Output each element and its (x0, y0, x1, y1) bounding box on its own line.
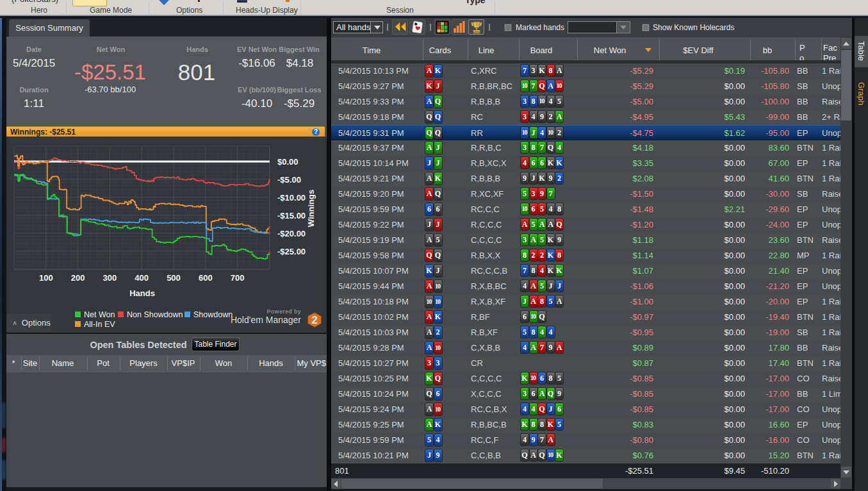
svg-text:2: 2 (311, 314, 317, 326)
svg-text:100: 100 (39, 273, 53, 283)
svg-text:-$25.00: -$25.00 (277, 247, 306, 256)
svg-text:500: 500 (167, 273, 181, 283)
svg-text:600: 600 (199, 273, 213, 283)
svg-text:Hands: Hands (129, 288, 155, 298)
svg-text:200: 200 (71, 273, 85, 283)
svg-text:-$20.00: -$20.00 (277, 229, 306, 238)
svg-text:-$5.00: -$5.00 (277, 175, 301, 185)
svg-text:400: 400 (135, 273, 149, 283)
svg-text:$0.00: $0.00 (277, 157, 299, 167)
svg-text:Winnings: Winnings (306, 190, 316, 227)
svg-text:300: 300 (103, 273, 117, 283)
svg-text:-$15.00: -$15.00 (277, 211, 306, 221)
svg-text:700: 700 (231, 273, 245, 283)
svg-text:-$10.00: -$10.00 (277, 193, 306, 203)
